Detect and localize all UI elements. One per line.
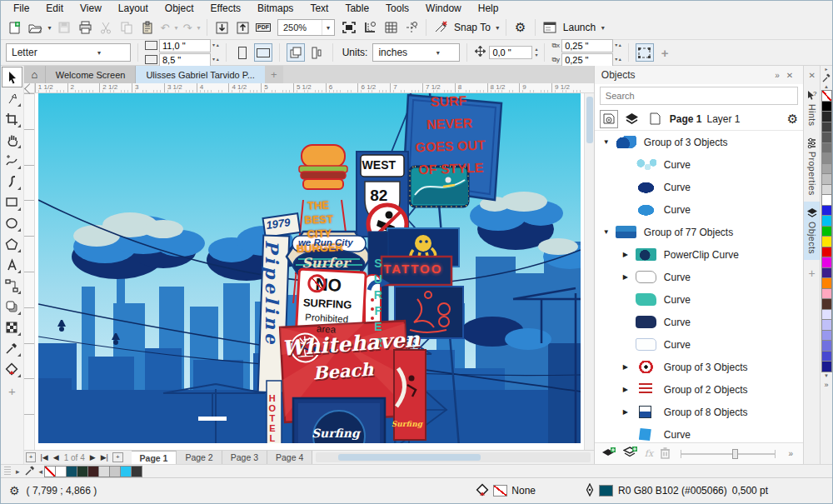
objects-tree-row[interactable]: ▶ Curve — [595, 266, 803, 288]
objects-tree-row[interactable]: Curve — [595, 311, 803, 333]
sign-route-82[interactable]: 82 — [362, 187, 397, 205]
object-label[interactable]: Curve — [664, 182, 691, 193]
objects-tree-row[interactable]: ▶ Group of 2 Objects — [595, 378, 803, 401]
snap-to-label[interactable]: Snap To — [451, 22, 493, 33]
color-swatch[interactable] — [821, 267, 832, 279]
objects-tree-row[interactable]: Curve — [595, 198, 803, 221]
color-swatch[interactable] — [821, 215, 832, 227]
tree-expander-icon[interactable]: ▼ — [603, 138, 616, 146]
duplicate-x-spinner[interactable]: ▾ ▴ — [615, 42, 621, 48]
object-label[interactable]: Curve — [664, 339, 691, 351]
menu-item[interactable]: File — [6, 2, 37, 15]
page-width-input[interactable] — [159, 39, 211, 52]
slider-thumb[interactable] — [732, 449, 738, 459]
layers-icon[interactable] — [623, 110, 641, 128]
object-label[interactable]: Group of 8 Objects — [664, 407, 748, 418]
objects-tree-row[interactable]: ▼ Group of 3 Objects — [595, 131, 803, 153]
object-label[interactable]: Curve — [664, 294, 691, 306]
menu-item[interactable]: Window — [418, 2, 469, 15]
color-swatch[interactable] — [821, 351, 832, 362]
tab-active-document[interactable]: Ulisses Gabriel Tarvido P... — [136, 66, 264, 83]
menu-item[interactable]: Object — [157, 2, 202, 15]
tab-objects[interactable]: Objects — [804, 202, 821, 260]
color-swatch[interactable] — [55, 466, 67, 477]
color-swatch[interactable] — [821, 277, 832, 289]
shape-tool[interactable] — [2, 87, 22, 108]
objects-tree-row[interactable]: ▶ Group of 8 Objects — [595, 401, 803, 423]
object-label[interactable]: Group of 2 Objects — [664, 384, 748, 396]
sign-billboard-top[interactable]: SURF NEVER GOES OUT OF STYLE — [403, 93, 496, 182]
polygon-tool[interactable] — [2, 233, 22, 254]
zoom-level-combo[interactable]: 250% ▾ — [277, 19, 335, 36]
vertical-ruler[interactable]: 65 1/254 1/243 1/232 1/221 1/2 — [24, 93, 35, 450]
menu-item[interactable]: View — [72, 2, 109, 15]
palette-drag-handle[interactable] — [4, 467, 11, 477]
objects-tree-row[interactable]: ▼ Group of 77 Objects — [595, 221, 803, 243]
ellipse-tool[interactable] — [2, 212, 22, 233]
vertical-scroll-thumb[interactable] — [586, 97, 593, 143]
rectangle-tool[interactable] — [2, 192, 22, 212]
tree-expander-icon[interactable]: ▶ — [623, 251, 636, 258]
open-icon[interactable] — [25, 17, 45, 37]
canvas-horizontal-scrollbar[interactable] — [316, 452, 591, 462]
sign-surfing-banner[interactable]: Surfing — [392, 420, 421, 428]
ruler-origin[interactable] — [24, 83, 35, 93]
menu-item[interactable]: Help — [471, 2, 506, 15]
add-page-start-button[interactable]: + — [26, 452, 37, 462]
menu-item[interactable]: Text — [302, 2, 336, 15]
customize-propbar-button[interactable]: + — [656, 46, 674, 60]
object-label[interactable]: Curve — [664, 159, 691, 171]
new-layer-icon[interactable] — [601, 447, 616, 462]
object-label[interactable]: PowerClip Curve — [664, 249, 739, 261]
object-label[interactable]: Curve — [664, 429, 691, 441]
interactive-fill-tool[interactable] — [2, 358, 22, 379]
landscape-button[interactable] — [254, 43, 272, 62]
color-swatch[interactable] — [821, 288, 832, 300]
sign-surfing-circle[interactable]: Surfing — [311, 427, 361, 440]
menu-item[interactable]: Layout — [111, 2, 156, 15]
opacity-slider[interactable] — [681, 453, 775, 455]
page-height-input[interactable] — [159, 53, 211, 67]
object-label[interactable]: Curve — [664, 272, 691, 283]
launch-icon[interactable] — [540, 17, 560, 37]
color-swatch[interactable] — [109, 466, 121, 477]
color-swatch[interactable] — [821, 226, 832, 237]
object-label[interactable]: Group of 3 Objects — [664, 362, 748, 373]
objects-search[interactable] — [600, 87, 798, 105]
palette-scroll-down-icon[interactable]: ▼ — [824, 372, 829, 380]
print-icon[interactable] — [75, 17, 95, 37]
crop-tool[interactable] — [2, 108, 22, 129]
units-caret[interactable]: ▾ — [416, 49, 460, 57]
color-swatch[interactable] — [821, 309, 832, 321]
objects-tree-row[interactable]: Curve — [595, 423, 803, 442]
palette-expand-icon[interactable]: » — [825, 381, 829, 389]
color-swatch[interactable] — [821, 152, 832, 164]
show-rulers-icon[interactable] — [360, 17, 380, 37]
menu-item[interactable]: Effects — [203, 2, 248, 15]
all-pages-button[interactable] — [287, 43, 305, 62]
color-swatch[interactable] — [821, 298, 832, 310]
color-swatch[interactable] — [821, 101, 832, 112]
sign-surfer-script[interactable]: Surfer — [291, 256, 361, 271]
tree-expander-icon[interactable]: ▶ — [623, 386, 636, 393]
new-document-icon[interactable] — [4, 17, 24, 37]
bottom-bar-expand-icon[interactable]: » — [786, 449, 797, 458]
connector-tool[interactable] — [2, 275, 22, 296]
first-page-button[interactable]: |◀ — [37, 453, 50, 462]
page-tab[interactable]: Page 3 — [222, 451, 267, 465]
tab-properties[interactable]: Properties — [804, 132, 821, 202]
color-swatch[interactable] — [821, 173, 832, 185]
new-tab-button[interactable]: + — [265, 66, 283, 83]
sign-pipeline[interactable]: Pipeline — [262, 240, 282, 390]
page-width-spinner[interactable]: ▾ ▴ — [212, 42, 219, 48]
color-swatch[interactable] — [821, 90, 832, 102]
tab-welcome-screen[interactable]: Welcome Screen — [46, 66, 137, 83]
color-swatch[interactable] — [821, 205, 832, 217]
docpal-flyout-icon[interactable]: ▸ — [13, 467, 22, 476]
color-swatch[interactable] — [821, 361, 832, 372]
color-swatch[interactable] — [87, 466, 99, 477]
docpal-eyedropper-icon[interactable] — [22, 466, 37, 477]
current-page-button[interactable] — [307, 43, 326, 62]
snap-off-icon[interactable] — [431, 17, 451, 37]
color-swatch[interactable] — [821, 194, 832, 206]
